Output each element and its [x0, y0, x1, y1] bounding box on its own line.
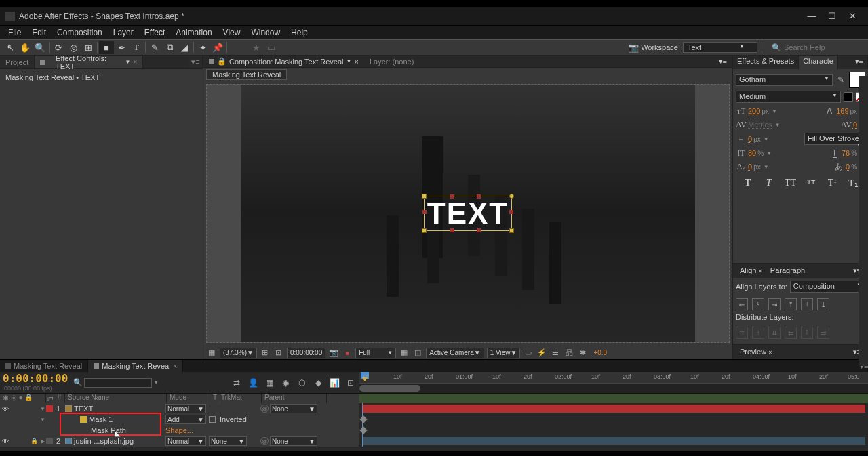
menu-file[interactable]: File: [3, 26, 26, 39]
motion-blur-icon[interactable]: ◉: [279, 377, 292, 389]
camera-select[interactable]: Active Camera ▼: [426, 348, 484, 358]
menu-layer[interactable]: Layer: [108, 26, 139, 39]
star-icon[interactable]: ★: [249, 41, 264, 54]
eraser-tool-icon[interactable]: ◢: [177, 41, 192, 54]
italic-button[interactable]: T: [764, 178, 774, 189]
subscript-button[interactable]: T₁: [848, 178, 859, 189]
font-family-select[interactable]: Gotham▼: [736, 74, 833, 86]
search-help[interactable]: 🔍: [772, 43, 865, 52]
pickwhip-icon[interactable]: @: [260, 405, 269, 413]
font-style-select[interactable]: Medium▼: [736, 91, 841, 103]
align-vcenter-icon[interactable]: ⫲: [801, 298, 813, 310]
resolution-select[interactable]: Full▼: [355, 348, 396, 358]
minimize-button[interactable]: —: [802, 9, 822, 23]
current-time[interactable]: 0:00:00:00: [287, 348, 326, 358]
rectangle-tool-icon[interactable]: ■: [99, 41, 114, 54]
blend-mode-select[interactable]: Normal▼: [165, 404, 206, 413]
pickwhip-icon[interactable]: @: [260, 437, 269, 445]
stroke-color-swatch[interactable]: [844, 92, 853, 102]
current-timecode[interactable]: 0:00:00:00: [3, 372, 68, 385]
label-column-icon[interactable]: 🏷: [46, 394, 54, 403]
layer-name[interactable]: TEXT: [74, 405, 93, 413]
menu-composition[interactable]: Composition: [52, 26, 108, 39]
tsume-value[interactable]: 0: [846, 163, 850, 171]
trkmat-column[interactable]: TrkMat: [218, 394, 262, 403]
clone-tool-icon[interactable]: ⧉: [162, 41, 177, 54]
layer-label[interactable]: [46, 438, 53, 444]
font-size-value[interactable]: 200: [748, 107, 760, 115]
shy-icon[interactable]: 👤: [247, 377, 259, 389]
t-column[interactable]: T: [210, 394, 218, 403]
keyframe-icon[interactable]: [359, 426, 367, 434]
snapshot-icon[interactable]: 📷: [328, 348, 339, 358]
tracking-value[interactable]: 0: [853, 121, 857, 129]
roto-tool-icon[interactable]: ✦: [195, 41, 210, 54]
brush-tool-icon[interactable]: ✎: [147, 41, 162, 54]
inverted-checkbox[interactable]: [209, 416, 216, 423]
layer-tab[interactable]: Layer: (none): [364, 56, 419, 67]
stroke-width-value[interactable]: 0: [748, 135, 752, 143]
align-hcenter-icon[interactable]: ⫱: [752, 298, 764, 310]
pixel-aspect-icon[interactable]: ▭: [523, 348, 534, 358]
align-right-icon[interactable]: ⇥: [768, 298, 781, 310]
keyframe-icon[interactable]: [359, 415, 367, 423]
left-panel-scrollbar[interactable]: [859, 76, 868, 366]
paragraph-tab[interactable]: Paragraph: [766, 265, 809, 276]
timeline-icon[interactable]: ☰: [550, 348, 561, 358]
menu-help[interactable]: Help: [285, 26, 313, 39]
draft-3d-icon[interactable]: ⊡: [344, 377, 357, 389]
snapshot-icon[interactable]: 📷: [626, 41, 641, 54]
align-left-icon[interactable]: ⇤: [736, 298, 748, 310]
comp-button-icon[interactable]: ⇄: [231, 377, 243, 389]
parent-select[interactable]: None▼: [270, 436, 317, 446]
video-switch-icon[interactable]: 👁: [1, 405, 9, 413]
mode-column[interactable]: Mode: [167, 394, 210, 403]
time-ruler[interactable]: 0f 10f 20f 01:00f 10f 20f 02:00f 10f 20f…: [359, 372, 868, 383]
bold-button[interactable]: T: [743, 178, 753, 189]
exposure-value[interactable]: +0.0: [591, 348, 610, 358]
shape-value-link[interactable]: Shape...: [165, 426, 193, 434]
rotation-tool-icon[interactable]: ⟳: [51, 41, 66, 54]
selection-tool-icon[interactable]: ↖: [3, 41, 18, 54]
zoom-level[interactable]: (37.3%) ▼: [220, 348, 257, 358]
effects-presets-tab[interactable]: Effects & Presets: [733, 56, 799, 69]
twirl-icon[interactable]: ▶: [39, 438, 46, 444]
video-switch-icon[interactable]: 👁: [1, 437, 9, 445]
brainstorm-icon[interactable]: ⬡: [296, 377, 308, 389]
smallcaps-button[interactable]: Tᴛ: [806, 178, 816, 189]
search-input[interactable]: [784, 43, 865, 51]
eyedropper-icon[interactable]: ✎: [835, 75, 846, 85]
view-select[interactable]: 1 View ▼: [487, 348, 521, 358]
layer-duration-bar[interactable]: [362, 405, 865, 413]
camera-tool-icon[interactable]: ◎: [66, 41, 81, 54]
trkmat-select[interactable]: None▼: [209, 436, 247, 446]
preview-tab[interactable]: Preview ×: [736, 346, 776, 358]
hscale-value[interactable]: 76: [842, 149, 850, 157]
vscale-value[interactable]: 80: [748, 149, 756, 157]
blend-mode-select[interactable]: Normal▼: [165, 436, 206, 446]
parent-select[interactable]: None▼: [270, 404, 317, 413]
menu-window[interactable]: Window: [245, 26, 285, 39]
roi-icon[interactable]: ⊡: [273, 348, 284, 358]
align-top-icon[interactable]: ⤒: [785, 298, 797, 310]
puppet-tool-icon[interactable]: 📌: [210, 41, 225, 54]
parent-column[interactable]: Parent: [262, 394, 327, 403]
pan-behind-tool-icon[interactable]: ⊞: [81, 41, 96, 54]
hand-tool-icon[interactable]: ✋: [18, 41, 33, 54]
maximize-button[interactable]: ☐: [822, 9, 842, 23]
character-tab[interactable]: Characte: [799, 56, 838, 69]
timeline-search[interactable]: 🔍 ▼: [73, 378, 159, 388]
transparency-grid-icon[interactable]: ▦: [399, 348, 410, 358]
folder-icon[interactable]: ▭: [264, 41, 279, 54]
mask-icon[interactable]: ◫: [412, 348, 423, 358]
twirl-icon[interactable]: ▼: [39, 417, 46, 423]
menu-animation[interactable]: Animation: [170, 26, 217, 39]
zoom-tool-icon[interactable]: 🔍: [33, 41, 47, 54]
menu-edit[interactable]: Edit: [26, 26, 52, 39]
allcaps-button[interactable]: TT: [785, 178, 795, 189]
time-navigator[interactable]: [359, 383, 868, 392]
reset-exposure-icon[interactable]: ✱: [577, 348, 588, 358]
text-layer-bounds[interactable]: TEXT: [424, 196, 512, 231]
flowchart-icon[interactable]: 品: [564, 348, 574, 358]
auto-keyframe-icon[interactable]: ◆: [312, 377, 324, 389]
